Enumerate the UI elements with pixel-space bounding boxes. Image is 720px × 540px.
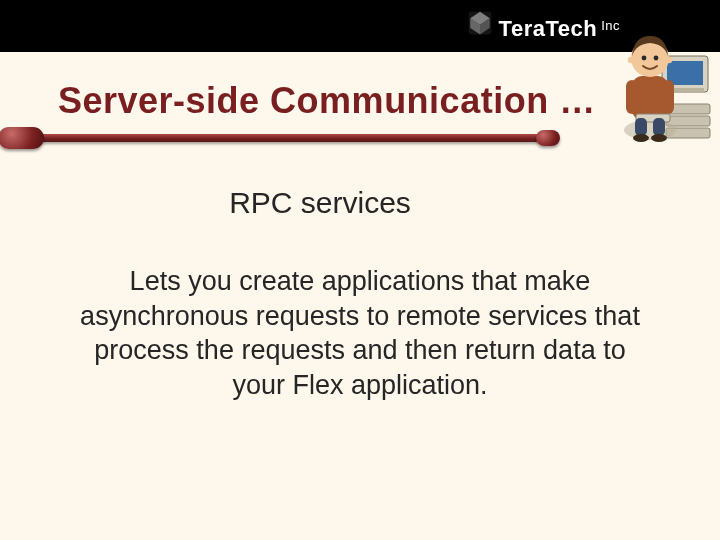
title-underline-icon xyxy=(0,128,560,148)
svg-point-14 xyxy=(654,56,659,61)
slide: TeraTech Inc xyxy=(0,0,720,540)
svg-rect-18 xyxy=(653,118,665,136)
logo-text-tera: Tera xyxy=(499,16,546,42)
logo-mark-icon xyxy=(467,10,493,36)
slide-subheading: RPC services xyxy=(0,186,720,220)
svg-point-13 xyxy=(642,56,647,61)
mascot-icon xyxy=(620,18,714,148)
svg-rect-5 xyxy=(667,61,703,85)
svg-rect-17 xyxy=(635,118,647,136)
logo-text-tech: Tech xyxy=(545,16,597,42)
svg-rect-10 xyxy=(662,80,674,114)
svg-point-7 xyxy=(624,120,676,140)
logo-text-inc: Inc xyxy=(601,18,620,33)
svg-point-19 xyxy=(633,134,649,142)
company-logo: TeraTech Inc xyxy=(467,10,620,42)
svg-rect-9 xyxy=(626,80,638,114)
slide-title: Server-side Communication … xyxy=(58,80,596,122)
svg-rect-2 xyxy=(666,116,710,126)
top-bar: TeraTech Inc xyxy=(0,0,720,52)
svg-point-16 xyxy=(666,57,672,63)
svg-point-20 xyxy=(651,134,667,142)
svg-point-15 xyxy=(628,57,634,63)
slide-body: Lets you create applications that make a… xyxy=(70,264,650,402)
